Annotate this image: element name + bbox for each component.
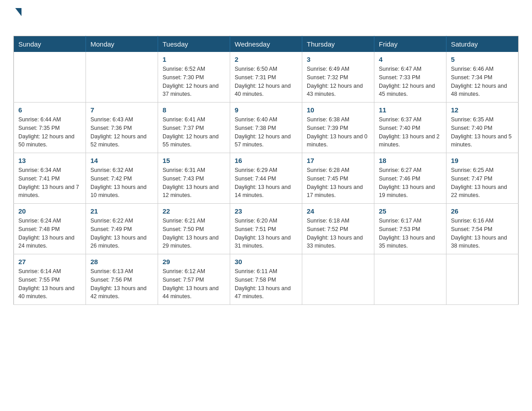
- day-cell: [14, 52, 86, 103]
- logo-line1: [13, 9, 21, 16]
- day-number: 9: [235, 106, 297, 114]
- day-number: 27: [18, 258, 81, 265]
- day-info: Sunrise: 6:14 AMSunset: 7:55 PMDaylight:…: [18, 267, 81, 301]
- header-cell-thursday: Thursday: [302, 36, 374, 52]
- day-number: 7: [90, 106, 153, 114]
- day-cell: 21Sunrise: 6:22 AMSunset: 7:49 PMDayligh…: [86, 204, 158, 254]
- day-cell: 5Sunrise: 6:46 AMSunset: 7:34 PMDaylight…: [446, 52, 519, 103]
- day-number: 13: [18, 157, 81, 164]
- day-cell: 30Sunrise: 6:11 AMSunset: 7:58 PMDayligh…: [230, 254, 302, 305]
- day-cell: 23Sunrise: 6:20 AMSunset: 7:51 PMDayligh…: [230, 204, 302, 254]
- day-cell: 13Sunrise: 6:34 AMSunset: 7:41 PMDayligh…: [14, 153, 86, 204]
- day-cell: 28Sunrise: 6:13 AMSunset: 7:56 PMDayligh…: [86, 254, 158, 305]
- day-number: 23: [235, 207, 297, 215]
- day-info: Sunrise: 6:50 AMSunset: 7:31 PMDaylight:…: [235, 65, 297, 98]
- calendar-table: SundayMondayTuesdayWednesdayThursdayFrid…: [13, 36, 519, 305]
- day-number: 3: [307, 56, 369, 63]
- day-number: 18: [379, 157, 442, 164]
- calendar-body: 1Sunrise: 6:52 AMSunset: 7:30 PMDaylight…: [14, 52, 519, 305]
- day-cell: 3Sunrise: 6:49 AMSunset: 7:32 PMDaylight…: [302, 52, 374, 103]
- day-number: 17: [307, 157, 369, 164]
- week-row-2: 6Sunrise: 6:44 AMSunset: 7:35 PMDaylight…: [14, 103, 519, 153]
- day-cell: [86, 52, 158, 103]
- day-info: Sunrise: 6:31 AMSunset: 7:43 PMDaylight:…: [163, 166, 225, 200]
- day-cell: 14Sunrise: 6:32 AMSunset: 7:42 PMDayligh…: [86, 153, 158, 204]
- day-number: 2: [235, 56, 297, 63]
- day-info: Sunrise: 6:12 AMSunset: 7:57 PMDaylight:…: [163, 267, 225, 301]
- day-cell: 2Sunrise: 6:50 AMSunset: 7:31 PMDaylight…: [230, 52, 302, 103]
- logo-line2: [14, 16, 21, 28]
- day-number: 15: [163, 157, 225, 164]
- day-cell: 27Sunrise: 6:14 AMSunset: 7:55 PMDayligh…: [14, 254, 86, 305]
- page-header: [13, 9, 519, 28]
- day-cell: 15Sunrise: 6:31 AMSunset: 7:43 PMDayligh…: [158, 153, 230, 204]
- day-info: Sunrise: 6:38 AMSunset: 7:39 PMDaylight:…: [307, 116, 369, 149]
- day-cell: 19Sunrise: 6:25 AMSunset: 7:47 PMDayligh…: [446, 153, 519, 204]
- day-number: 16: [235, 157, 297, 164]
- day-info: Sunrise: 6:22 AMSunset: 7:49 PMDaylight:…: [90, 217, 153, 250]
- day-info: Sunrise: 6:40 AMSunset: 7:38 PMDaylight:…: [235, 116, 297, 149]
- day-info: Sunrise: 6:27 AMSunset: 7:46 PMDaylight:…: [379, 166, 442, 200]
- week-row-3: 13Sunrise: 6:34 AMSunset: 7:41 PMDayligh…: [14, 153, 519, 204]
- day-number: 25: [379, 207, 442, 215]
- day-number: 8: [163, 106, 225, 114]
- day-info: Sunrise: 6:11 AMSunset: 7:58 PMDaylight:…: [235, 267, 297, 301]
- day-number: 10: [307, 106, 369, 114]
- logo-arrow-icon: [15, 8, 21, 16]
- day-cell: 29Sunrise: 6:12 AMSunset: 7:57 PMDayligh…: [158, 254, 230, 305]
- day-info: Sunrise: 6:34 AMSunset: 7:41 PMDaylight:…: [18, 166, 81, 200]
- day-cell: 18Sunrise: 6:27 AMSunset: 7:46 PMDayligh…: [374, 153, 446, 204]
- day-cell: 8Sunrise: 6:41 AMSunset: 7:37 PMDaylight…: [158, 103, 230, 153]
- day-info: Sunrise: 6:17 AMSunset: 7:53 PMDaylight:…: [379, 217, 442, 250]
- header-cell-tuesday: Tuesday: [158, 36, 230, 52]
- day-info: Sunrise: 6:41 AMSunset: 7:37 PMDaylight:…: [163, 116, 225, 149]
- header-cell-wednesday: Wednesday: [230, 36, 302, 52]
- header-cell-friday: Friday: [374, 36, 446, 52]
- day-cell: 20Sunrise: 6:24 AMSunset: 7:48 PMDayligh…: [14, 204, 86, 254]
- day-info: Sunrise: 6:21 AMSunset: 7:50 PMDaylight:…: [163, 217, 225, 250]
- day-number: 1: [163, 56, 225, 63]
- day-cell: 1Sunrise: 6:52 AMSunset: 7:30 PMDaylight…: [158, 52, 230, 103]
- header-cell-monday: Monday: [86, 36, 158, 52]
- day-info: Sunrise: 6:49 AMSunset: 7:32 PMDaylight:…: [307, 65, 369, 98]
- day-number: 22: [163, 207, 225, 215]
- day-cell: 12Sunrise: 6:35 AMSunset: 7:40 PMDayligh…: [446, 103, 519, 153]
- day-cell: 24Sunrise: 6:18 AMSunset: 7:52 PMDayligh…: [302, 204, 374, 254]
- day-info: Sunrise: 6:25 AMSunset: 7:47 PMDaylight:…: [451, 166, 514, 200]
- day-info: Sunrise: 6:28 AMSunset: 7:45 PMDaylight:…: [307, 166, 369, 200]
- day-cell: 17Sunrise: 6:28 AMSunset: 7:45 PMDayligh…: [302, 153, 374, 204]
- day-number: 14: [90, 157, 153, 164]
- day-number: 6: [18, 106, 81, 114]
- week-row-1: 1Sunrise: 6:52 AMSunset: 7:30 PMDaylight…: [14, 52, 519, 103]
- day-number: 5: [451, 56, 514, 63]
- day-number: 20: [18, 207, 81, 215]
- day-number: 26: [451, 207, 514, 215]
- day-info: Sunrise: 6:43 AMSunset: 7:36 PMDaylight:…: [90, 116, 153, 149]
- day-info: Sunrise: 6:20 AMSunset: 7:51 PMDaylight:…: [235, 217, 297, 250]
- day-info: Sunrise: 6:46 AMSunset: 7:34 PMDaylight:…: [451, 65, 514, 98]
- day-info: Sunrise: 6:37 AMSunset: 7:40 PMDaylight:…: [379, 116, 442, 149]
- day-cell: 26Sunrise: 6:16 AMSunset: 7:54 PMDayligh…: [446, 204, 519, 254]
- day-number: 24: [307, 207, 369, 215]
- day-number: 12: [451, 106, 514, 114]
- day-cell: 4Sunrise: 6:47 AMSunset: 7:33 PMDaylight…: [374, 52, 446, 103]
- week-row-4: 20Sunrise: 6:24 AMSunset: 7:48 PMDayligh…: [14, 204, 519, 254]
- day-cell: [302, 254, 374, 305]
- day-info: Sunrise: 6:29 AMSunset: 7:44 PMDaylight:…: [235, 166, 297, 200]
- day-cell: [446, 254, 519, 305]
- day-number: 4: [379, 56, 442, 63]
- day-cell: 6Sunrise: 6:44 AMSunset: 7:35 PMDaylight…: [14, 103, 86, 153]
- day-cell: 9Sunrise: 6:40 AMSunset: 7:38 PMDaylight…: [230, 103, 302, 153]
- header-row: SundayMondayTuesdayWednesdayThursdayFrid…: [14, 36, 519, 52]
- day-number: 21: [90, 207, 153, 215]
- header-cell-saturday: Saturday: [446, 36, 519, 52]
- day-info: Sunrise: 6:52 AMSunset: 7:30 PMDaylight:…: [163, 65, 225, 98]
- day-cell: 25Sunrise: 6:17 AMSunset: 7:53 PMDayligh…: [374, 204, 446, 254]
- day-cell: 7Sunrise: 6:43 AMSunset: 7:36 PMDaylight…: [86, 103, 158, 153]
- day-cell: 16Sunrise: 6:29 AMSunset: 7:44 PMDayligh…: [230, 153, 302, 204]
- day-number: 30: [235, 258, 297, 265]
- day-cell: 10Sunrise: 6:38 AMSunset: 7:39 PMDayligh…: [302, 103, 374, 153]
- calendar-header: SundayMondayTuesdayWednesdayThursdayFrid…: [14, 36, 519, 52]
- day-info: Sunrise: 6:47 AMSunset: 7:33 PMDaylight:…: [379, 65, 442, 98]
- day-cell: 22Sunrise: 6:21 AMSunset: 7:50 PMDayligh…: [158, 204, 230, 254]
